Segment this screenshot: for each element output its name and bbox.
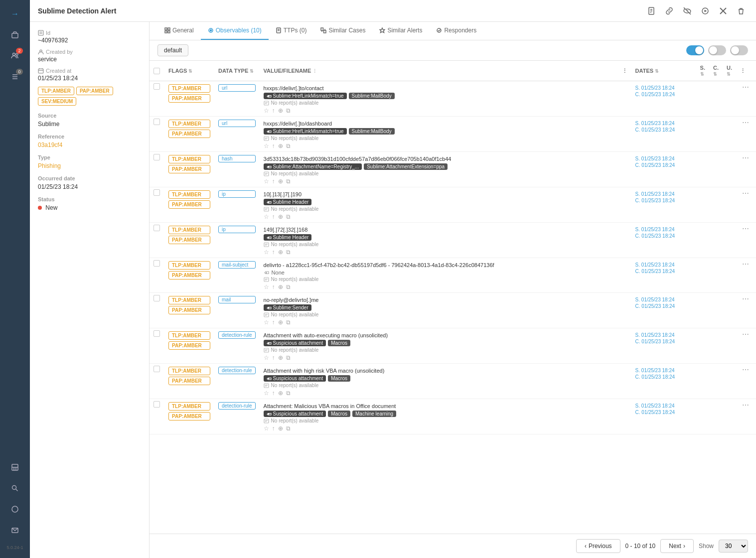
obs-actions-cell[interactable]: ⋯ [736,364,756,399]
thumb-icon[interactable]: ↑ [272,354,275,361]
type-value[interactable]: Phishing [38,162,141,169]
star-icon[interactable]: ☆ [264,142,269,149]
tag-icon[interactable]: ⊕ [278,390,283,397]
select-all-checkbox[interactable] [153,68,160,74]
th-dates[interactable]: DATES [631,61,696,81]
tab-responders[interactable]: Responders [429,22,483,40]
star-icon[interactable]: ☆ [264,425,269,432]
row-checkbox[interactable] [153,401,160,408]
row-checkbox[interactable] [153,225,160,231]
obs-actions-cell[interactable]: ⋯ [736,117,756,152]
copy-icon[interactable]: ⧉ [286,390,291,397]
obs-actions-cell[interactable]: ⋯ [736,258,756,293]
obs-actions-cell[interactable]: ⋯ [736,187,756,223]
copy-icon[interactable]: ⧉ [286,107,291,114]
th-s[interactable]: S. [696,61,709,81]
tag-icon[interactable]: ⊕ [278,107,283,114]
copy-icon[interactable]: ⧉ [286,319,291,326]
nav-users-icon[interactable]: 2 [6,47,24,65]
nav-search-icon[interactable] [6,479,24,497]
tag-icon[interactable]: ⊕ [278,178,283,185]
obs-actions-cell[interactable]: ⋯ [736,328,756,364]
th-u[interactable]: U. [723,61,736,81]
tag-icon[interactable]: ⊕ [278,249,283,256]
tab-ttps[interactable]: TTPs (0) [269,22,314,40]
row-checkbox[interactable] [153,83,160,90]
obs-actions-cell[interactable]: ⋯ [736,81,756,117]
close-action-icon[interactable] [716,4,730,18]
tab-similar-alerts[interactable]: Similar Alerts [372,22,429,40]
toggle-off[interactable] [708,45,726,55]
row-menu-button[interactable]: ⋯ [740,224,751,234]
star-icon[interactable]: ☆ [264,178,269,185]
star-icon[interactable]: ☆ [264,319,269,326]
copy-icon[interactable]: ⧉ [286,178,291,185]
obs-actions-cell[interactable]: ⋯ [736,152,756,187]
th-flags[interactable]: FLAGS [164,61,214,81]
next-button[interactable]: Next › [660,539,694,553]
row-menu-button[interactable]: ⋯ [740,188,751,198]
toggle-off-2[interactable] [730,45,748,55]
nav-arrow-icon[interactable]: → [6,5,24,23]
nav-building-icon[interactable] [6,458,24,476]
document-action-icon[interactable] [644,4,658,18]
tag-icon[interactable]: ⊕ [278,354,283,361]
thumb-icon[interactable]: ↑ [272,142,275,149]
star-icon[interactable]: ☆ [264,249,269,256]
star-icon[interactable]: ☆ [264,213,269,220]
show-select[interactable]: 30 10 25 50 100 [719,540,748,553]
obs-actions-cell[interactable]: ⋯ [736,399,756,434]
copy-icon[interactable]: ⧉ [286,249,291,256]
nav-briefcase-icon[interactable] [6,26,24,44]
thumb-icon[interactable]: ↑ [272,178,275,185]
row-checkbox[interactable] [153,260,160,267]
thumb-icon[interactable]: ↑ [272,107,275,114]
nav-circle-icon[interactable] [6,500,24,518]
thumb-icon[interactable]: ↑ [272,390,275,397]
default-filter-button[interactable]: default [157,44,188,56]
star-icon[interactable]: ☆ [264,283,269,290]
tag-icon[interactable]: ⊕ [278,425,283,432]
tag-icon[interactable]: ⊕ [278,319,283,326]
thumb-icon[interactable]: ↑ [272,283,275,290]
row-menu-button[interactable]: ⋯ [740,365,751,375]
row-menu-button[interactable]: ⋯ [740,118,751,128]
thumb-icon[interactable]: ↑ [272,249,275,256]
row-checkbox[interactable] [153,154,160,160]
previous-button[interactable]: ‹ Previous [576,539,620,553]
copy-icon[interactable]: ⧉ [286,354,291,361]
reference-value[interactable]: 03a19cf4 [38,141,141,148]
nav-list-icon[interactable]: 0 [6,68,24,86]
link-action-icon[interactable] [662,4,676,18]
row-checkbox[interactable] [153,119,160,125]
row-menu-button[interactable]: ⋯ [740,329,751,339]
thumb-icon[interactable]: ↑ [272,213,275,220]
star-icon[interactable]: ☆ [264,390,269,397]
trash-action-icon[interactable] [734,4,748,18]
row-menu-button[interactable]: ⋯ [740,82,751,92]
row-menu-button[interactable]: ⋯ [740,153,751,163]
thumb-icon[interactable]: ↑ [272,319,275,326]
copy-icon[interactable]: ⧉ [286,425,291,432]
row-checkbox[interactable] [153,330,160,337]
tag-icon[interactable]: ⊕ [278,283,283,290]
row-menu-button[interactable]: ⋯ [740,294,751,304]
row-menu-button[interactable]: ⋯ [740,259,751,269]
nav-envelope-icon[interactable] [6,521,24,539]
star-icon[interactable]: ☆ [264,354,269,361]
obs-actions-cell[interactable]: ⋯ [736,293,756,328]
tab-similar-cases[interactable]: Similar Cases [313,22,372,40]
eye-slash-action-icon[interactable] [680,4,694,18]
thumb-icon[interactable]: ↑ [272,425,275,432]
tag-icon[interactable]: ⊕ [278,142,283,149]
row-checkbox[interactable] [153,366,160,372]
row-checkbox[interactable] [153,295,160,301]
obs-actions-cell[interactable]: ⋯ [736,223,756,258]
th-value[interactable]: VALUE/FILENAME ⋮ [260,61,618,81]
th-c[interactable]: C. [709,61,723,81]
copy-icon[interactable]: ⧉ [286,142,291,149]
row-menu-button[interactable]: ⋯ [740,400,751,410]
toggle-on[interactable] [686,45,704,55]
th-data-type[interactable]: DATA TYPE [214,61,260,81]
play-action-icon[interactable] [698,4,712,18]
